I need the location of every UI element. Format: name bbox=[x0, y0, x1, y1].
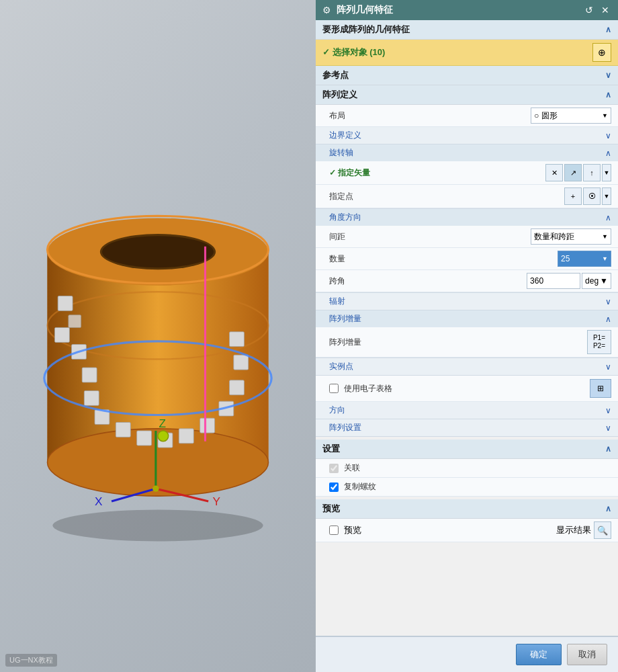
spacing-label: 间距 bbox=[329, 231, 369, 243]
panel-titlebar: ⚙ 阵列几何特征 ↺ ✕ bbox=[316, 0, 618, 20]
bottom-bar: 确定 取消 bbox=[316, 636, 618, 672]
section-arraydef-header[interactable]: 阵列定义 ∧ bbox=[316, 85, 618, 105]
svg-point-8 bbox=[102, 236, 214, 267]
svg-rect-22 bbox=[200, 418, 215, 433]
point-dropdown[interactable]: ▼ bbox=[602, 187, 611, 205]
chevron-up-icon4: ∧ bbox=[605, 213, 611, 222]
spacing-select[interactable]: 数量和跨距 ▼ bbox=[531, 228, 611, 245]
sub-array-settings: 阵列设置 ∨ bbox=[316, 419, 618, 437]
vector-dropdown[interactable]: ▼ bbox=[602, 164, 611, 181]
chevron-down-icon4: ∨ bbox=[605, 362, 611, 372]
sub-radial-header[interactable]: 辐射 ∨ bbox=[316, 293, 618, 310]
chevron-down-icon6: ∨ bbox=[605, 423, 611, 433]
specify-vector-row: ✓ 指定矢量 ✕ ↗ ↑ ▼ bbox=[316, 161, 618, 185]
copy-thread-checkbox[interactable] bbox=[329, 482, 339, 492]
spacing-arrow: ▼ bbox=[602, 233, 608, 240]
chevron-up-icon2: ∧ bbox=[605, 90, 611, 99]
preview-checkbox[interactable] bbox=[329, 526, 339, 535]
sub-radial-label: 辐射 bbox=[329, 296, 345, 307]
point-btn-1[interactable]: + bbox=[564, 187, 582, 205]
copy-thread-row: 复制螺纹 bbox=[316, 478, 618, 497]
count-input-group: 25 ▼ bbox=[375, 251, 611, 267]
spreadsheet-checkbox[interactable] bbox=[329, 384, 339, 393]
section-preview-label: 预览 bbox=[322, 503, 340, 515]
count-input[interactable]: 25 ▼ bbox=[558, 251, 611, 267]
sub-rotation-label: 旋转轴 bbox=[329, 147, 353, 159]
search-button[interactable]: 🔍 bbox=[594, 521, 611, 539]
vector-btn-z[interactable]: ↑ bbox=[583, 164, 601, 181]
section-preview-header[interactable]: 预览 ∧ bbox=[316, 499, 618, 519]
span-row: 跨角 360 deg ▼ bbox=[316, 270, 618, 292]
svg-rect-21 bbox=[179, 429, 193, 444]
sub-angle-label: 角度方向 bbox=[329, 212, 361, 223]
sub-array-increment-label: 阵列增量 bbox=[329, 313, 361, 325]
selection-icon-button[interactable]: ⊕ bbox=[592, 43, 611, 62]
sub-boundary-header[interactable]: 边界定义 ∨ bbox=[316, 127, 618, 144]
chevron-up-icon6: ∧ bbox=[605, 444, 611, 454]
confirm-button[interactable]: 确定 bbox=[516, 644, 562, 665]
associated-label: 关联 bbox=[344, 462, 360, 474]
cancel-button[interactable]: 取消 bbox=[567, 644, 607, 665]
3d-viewport: Y X Z Ir UG一NX教程 bbox=[0, 0, 316, 672]
svg-rect-16 bbox=[84, 390, 99, 405]
point-btn-2[interactable]: ⦿ bbox=[583, 187, 601, 205]
gear-icon: ⚙ bbox=[322, 5, 331, 15]
section-geometric-header[interactable]: 要形成阵列的几何特征 ∧ bbox=[316, 20, 618, 40]
sub-direction-header[interactable]: 方向 ∨ bbox=[316, 402, 618, 419]
span-input-group: 360 deg ▼ bbox=[375, 273, 611, 289]
sub-instance-header[interactable]: 实例点 ∨ bbox=[316, 358, 618, 375]
array-increment-button[interactable]: P1= P2= bbox=[587, 330, 611, 354]
span-input[interactable]: 360 bbox=[527, 273, 580, 289]
associated-checkbox[interactable] bbox=[329, 464, 339, 473]
svg-rect-19 bbox=[137, 431, 152, 446]
svg-point-38 bbox=[158, 431, 169, 442]
sub-array-increment-header[interactable]: 阵列增量 ∧ bbox=[316, 310, 618, 327]
sub-array-increment: 阵列增量 ∧ 阵列增量 P1= P2= bbox=[316, 310, 618, 358]
svg-rect-18 bbox=[116, 422, 130, 437]
chevron-down-icon: ∨ bbox=[605, 71, 611, 80]
show-result-text: 显示结果 bbox=[556, 524, 591, 536]
section-settings-header[interactable]: 设置 ∧ bbox=[316, 439, 618, 459]
layout-select[interactable]: ○ 圆形 ▼ bbox=[531, 108, 611, 124]
span-unit-select[interactable]: deg ▼ bbox=[582, 273, 611, 289]
chevron-down-icon5: ∨ bbox=[605, 406, 611, 415]
preview-row: 预览 显示结果 🔍 bbox=[316, 519, 618, 542]
specify-point-row: 指定点 + ⦿ ▼ bbox=[316, 185, 618, 208]
sub-array-settings-header[interactable]: 阵列设置 ∨ bbox=[316, 419, 618, 436]
svg-rect-28 bbox=[69, 315, 81, 328]
section-geometric-label: 要形成阵列的几何特征 bbox=[322, 24, 410, 36]
section-settings-label: 设置 bbox=[322, 443, 340, 455]
layout-arrow: ▼ bbox=[602, 112, 608, 119]
sub-instance-label: 实例点 bbox=[329, 361, 353, 372]
vector-btn-group: ✕ ↗ ↑ ▼ bbox=[545, 164, 611, 181]
section-reference-header[interactable]: 参考点 ∨ bbox=[316, 66, 618, 85]
svg-rect-15 bbox=[82, 368, 97, 382]
sub-radial: 辐射 ∨ bbox=[316, 293, 618, 310]
close-button[interactable]: ✕ bbox=[599, 4, 611, 16]
svg-text:Y: Y bbox=[212, 495, 220, 508]
sub-rotation-header[interactable]: 旋转轴 ∧ bbox=[316, 144, 618, 161]
svg-rect-24 bbox=[230, 380, 245, 395]
specify-vector-buttons: ✕ ↗ ↑ ▼ bbox=[376, 164, 611, 181]
copy-thread-label: 复制螺纹 bbox=[344, 481, 376, 493]
svg-point-37 bbox=[152, 485, 159, 491]
svg-text:X: X bbox=[95, 495, 103, 508]
properties-panel: ⚙ 阵列几何特征 ↺ ✕ 要形成阵列的几何特征 ∧ ✓ 选择对象 (10) ⊕ … bbox=[316, 0, 618, 672]
vector-btn-x[interactable]: ✕ bbox=[545, 164, 563, 181]
selection-row: ✓ 选择对象 (10) ⊕ bbox=[316, 40, 618, 66]
sub-direction: 方向 ∨ bbox=[316, 402, 618, 419]
span-label: 跨角 bbox=[329, 276, 369, 287]
count-arrow: ▼ bbox=[602, 255, 608, 262]
svg-rect-25 bbox=[234, 355, 249, 370]
sub-angle-header[interactable]: 角度方向 ∧ bbox=[316, 209, 618, 226]
sub-boundary-label: 边界定义 bbox=[329, 130, 361, 141]
specify-point-buttons: + ⦿ ▼ bbox=[375, 187, 611, 205]
array-increment-row: 阵列增量 P1= P2= bbox=[316, 327, 618, 358]
spreadsheet-button[interactable]: ⊞ bbox=[590, 379, 611, 398]
sub-instance: 实例点 ∨ bbox=[316, 358, 618, 376]
panel-scroll-area: 要形成阵列的几何特征 ∧ ✓ 选择对象 (10) ⊕ 参考点 ∨ 阵列定义 ∧ … bbox=[316, 20, 618, 636]
reset-button[interactable]: ↺ bbox=[583, 4, 595, 16]
vector-btn-y[interactable]: ↗ bbox=[564, 164, 582, 181]
titlebar-buttons: ↺ ✕ bbox=[583, 4, 611, 16]
sub-boundary: 边界定义 ∨ bbox=[316, 127, 618, 144]
